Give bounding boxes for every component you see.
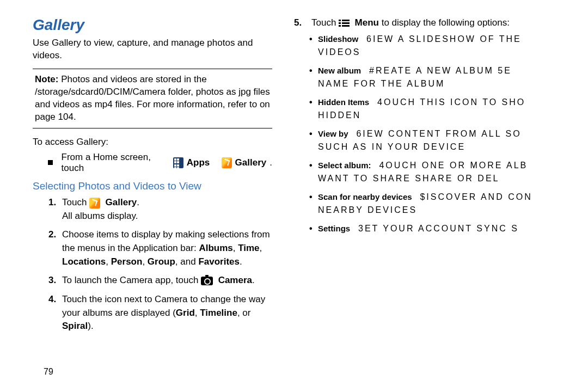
opt-rest: 6IEW CONTENT FROM ALL SO xyxy=(356,129,521,138)
opt-rest: 3ET YOUR ACCOUNT SYNC S xyxy=(358,224,519,233)
camera-icon xyxy=(201,277,213,285)
step4-f: Spiral xyxy=(62,321,88,331)
step3-b: Camera xyxy=(218,275,252,285)
opt-rest: 4OUCH ONE OR MORE ALB xyxy=(379,161,528,170)
opt-label: Slideshow xyxy=(318,34,358,44)
from-home-text: From a Home screen, touch xyxy=(62,152,170,174)
opt-label: Select album: xyxy=(318,161,371,170)
step2-k: , and xyxy=(175,256,199,267)
opt-scan-nearby: Scan for nearby devices $ISCOVER AND CON… xyxy=(309,191,566,217)
opt-rest: 6IEW A SLIDESHOW OF THE xyxy=(366,34,522,44)
step2-h: Person xyxy=(111,256,143,267)
steps-list: Touch Gallery. All albums display. Choos… xyxy=(33,196,272,333)
step2-f: Locations xyxy=(62,256,106,267)
step5-b: to display the following options: xyxy=(379,17,510,28)
options-list: Slideshow 6IEW A SLIDESHOW OF THE VIDEOS… xyxy=(294,33,566,235)
step2-g: , xyxy=(106,256,111,267)
note-label: Note: xyxy=(35,74,58,84)
step5-menu: Menu xyxy=(355,17,379,28)
step-4: Touch the icon next to Camera to change … xyxy=(59,293,272,333)
opt-rest2: HIDDEN xyxy=(318,111,361,120)
step-1: Touch Gallery. All albums display. xyxy=(59,196,272,223)
opt-settings: Settings 3ET YOUR ACCOUNT SYNC S xyxy=(309,222,566,235)
step-2: Choose items to display by making select… xyxy=(59,228,272,268)
step1-a: Touch xyxy=(62,197,89,207)
opt-view-by: View by 6IEW CONTENT FROM ALL SO SUCH AS… xyxy=(309,127,566,154)
step2-e: , xyxy=(260,243,262,253)
opt-rest: 4OUCH THIS ICON TO SHO xyxy=(377,97,525,107)
opt-select-album: Select album: 4OUCH ONE OR MORE ALB WANT… xyxy=(309,159,566,185)
gallery-label: Gallery xyxy=(235,157,267,168)
subheading: Selecting Photos and Videos to View xyxy=(33,179,272,193)
apps-icon xyxy=(173,157,183,168)
step3-c: . xyxy=(252,275,255,285)
step4-d: Timeline xyxy=(200,308,237,318)
step2-d: Time xyxy=(238,243,259,253)
step1-c: All albums display. xyxy=(62,211,138,221)
opt-rest2: WANT TO SHARE SHARE OR DEL xyxy=(318,174,499,183)
step3-a: To launch the Camera app, touch xyxy=(62,275,201,285)
apps-label: Apps xyxy=(187,157,210,168)
step2-i: , xyxy=(142,256,147,267)
opt-rest2: NAME FOR THE ALBUM xyxy=(318,79,445,88)
step4-e: , or xyxy=(237,308,251,318)
step1-b: . xyxy=(137,197,139,207)
menu-icon xyxy=(339,20,350,27)
opt-hidden-items: Hidden Items 4OUCH THIS ICON TO SHO HIDD… xyxy=(309,96,566,122)
from-home-row: From a Home screen, touch Apps Gallery. xyxy=(48,152,272,174)
step4-c: , xyxy=(195,308,200,318)
step5-a: Touch xyxy=(311,17,339,28)
opt-rest2: SUCH AS IN YOUR DEVICE xyxy=(318,142,465,151)
opt-rest: $ISCOVER AND CON xyxy=(420,192,532,201)
section-title: Gallery xyxy=(33,16,272,34)
access-label: To access Gallery: xyxy=(33,136,272,149)
opt-label: New album xyxy=(318,66,361,75)
step4-b: Grid xyxy=(176,308,195,318)
period: . xyxy=(270,157,272,168)
opt-label: Settings xyxy=(318,224,350,233)
square-bullet-icon xyxy=(48,160,53,165)
note-box: Note: Photos and videos are stored in th… xyxy=(33,69,272,128)
opt-new-album: New album #REATE A NEW ALBUM 5E NAME FOR… xyxy=(309,64,566,90)
opt-label: View by xyxy=(318,129,348,138)
note-text-a: Photos and videos are stored in the /sto… xyxy=(35,74,270,109)
step1-gallery: Gallery xyxy=(106,197,137,207)
step2-m: . xyxy=(240,256,242,267)
opt-rest2: VIDEOS xyxy=(318,47,360,57)
gallery-icon xyxy=(89,198,100,209)
step-3: To launch the Camera app, touch Camera. xyxy=(59,274,272,287)
step2-l: Favorites xyxy=(198,256,240,267)
page-number: 79 xyxy=(44,367,53,377)
step2-j: Group xyxy=(148,256,175,267)
opt-label: Hidden Items xyxy=(318,97,369,107)
intro-text: Use Gallery to view, capture, and manage… xyxy=(33,37,272,62)
opt-slideshow: Slideshow 6IEW A SLIDESHOW OF THE VIDEOS xyxy=(309,33,566,59)
opt-label: Scan for nearby devices xyxy=(318,192,412,201)
step2-c: , xyxy=(233,243,238,253)
step5-number: 5. xyxy=(294,16,307,29)
gallery-icon xyxy=(222,157,232,168)
opt-rest: #REATE A NEW ALBUM 5E xyxy=(369,66,512,75)
opt-rest2: NEARBY DEVICES xyxy=(318,205,417,215)
step2-b: Albums xyxy=(199,243,232,253)
step4-g: ). xyxy=(88,321,93,331)
step-5: 5. Touch Menu to display the following o… xyxy=(294,16,566,29)
